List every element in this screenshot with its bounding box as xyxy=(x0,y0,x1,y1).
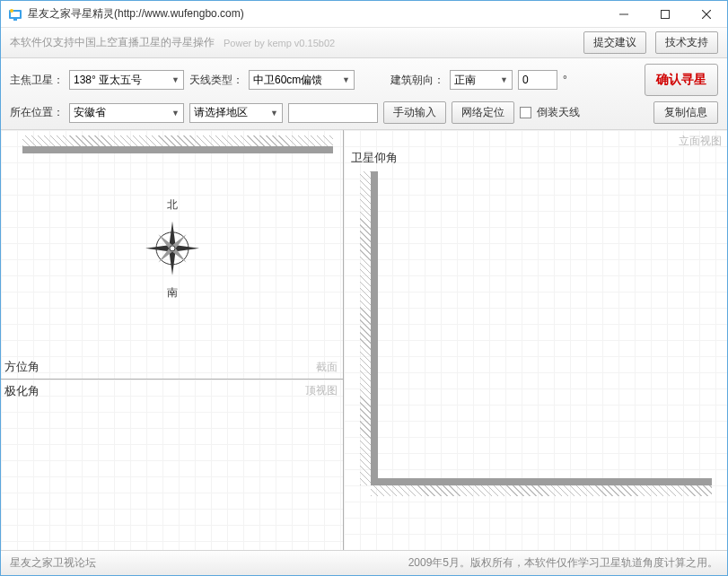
hatch-top xyxy=(22,135,333,146)
forum-link[interactable]: 星友之家卫视论坛 xyxy=(10,555,96,571)
svg-point-13 xyxy=(170,245,175,250)
sideview-tag: 立面视图 xyxy=(679,134,722,149)
azimuth-label: 方位角 xyxy=(4,359,39,375)
close-button[interactable] xyxy=(686,1,727,27)
hint-text: 本软件仅支持中国上空直播卫星的寻星操作 xyxy=(10,35,215,50)
antenna-label: 天线类型： xyxy=(189,73,243,88)
satellite-select[interactable]: 138° 亚太五号▼ xyxy=(69,70,184,90)
elevation-label: 卫星仰角 xyxy=(351,150,398,166)
window-controls xyxy=(603,1,727,27)
polarization-label: 极化角 xyxy=(4,383,39,399)
degree-mark: ° xyxy=(563,74,567,86)
angle-input[interactable] xyxy=(518,70,557,90)
hatch-left xyxy=(360,171,371,485)
polarization-pane: 极化角 顶视图 xyxy=(1,380,343,550)
maximize-button[interactable] xyxy=(645,1,686,27)
topview-tag: 顶视图 xyxy=(305,383,338,398)
left-column: 北 南 方位角 截面 极化角 顶视图 xyxy=(1,130,344,550)
manual-input-button[interactable]: 手动输入 xyxy=(383,101,446,124)
suggest-button[interactable]: 提交建议 xyxy=(583,31,646,54)
ground-bar xyxy=(371,478,712,485)
orientation-select[interactable]: 正南▼ xyxy=(450,70,513,90)
info-bar: 本软件仅支持中国上空直播卫星的寻星操作 Power by kemp v0.15b… xyxy=(1,28,727,58)
app-icon xyxy=(8,7,22,22)
window-titlebar: 星友之家寻星精灵(http://www.wufengbo.com) xyxy=(1,1,727,28)
svg-point-3 xyxy=(10,9,13,13)
copyright-text: 2009年5月。版权所有，本软件仅作学习卫星轨道角度计算之用。 xyxy=(408,555,718,571)
azimuth-pane: 北 南 方位角 截面 xyxy=(1,130,343,380)
district-select[interactable]: 请选择地区▼ xyxy=(189,103,283,123)
section-tag: 截面 xyxy=(316,360,338,375)
confirm-button[interactable]: 确认寻星 xyxy=(645,64,718,96)
window-title: 星友之家寻星精灵(http://www.wufengbo.com) xyxy=(28,6,603,22)
powered-by: Power by kemp v0.15b02 xyxy=(224,38,335,48)
minimize-button[interactable] xyxy=(603,1,645,27)
satellite-label: 主焦卫星： xyxy=(10,73,64,88)
orientation-label: 建筑朝向： xyxy=(390,73,444,88)
compass-south: 南 xyxy=(167,285,178,297)
hatch-bottom xyxy=(371,485,712,496)
wall-bar xyxy=(22,146,333,153)
right-column: 卫星仰角 立面视图 xyxy=(344,130,727,550)
copy-info-button[interactable]: 复制信息 xyxy=(653,101,718,124)
location-label: 所在位置： xyxy=(10,105,64,120)
svg-rect-2 xyxy=(13,19,17,21)
gps-button[interactable]: 网络定位 xyxy=(452,101,514,124)
support-button[interactable]: 技术支持 xyxy=(655,31,718,54)
elevation-pane: 卫星仰角 立面视图 xyxy=(344,130,727,550)
compass-icon: 北 南 xyxy=(141,198,204,300)
antenna-select[interactable]: 中卫60cm偏馈▼ xyxy=(249,70,355,90)
svg-rect-5 xyxy=(662,10,670,18)
province-select[interactable]: 安徽省▼ xyxy=(69,103,184,123)
canvas-area: 北 南 方位角 截面 极化角 顶视图 xyxy=(1,130,727,550)
status-bar: 星友之家卫视论坛 2009年5月。版权所有，本软件仅作学习卫星轨道角度计算之用。 xyxy=(1,550,727,575)
compass-north: 北 xyxy=(167,198,178,210)
invert-antenna-checkbox[interactable] xyxy=(520,107,531,118)
form-area: 主焦卫星： 138° 亚太五号▼ 天线类型： 中卫60cm偏馈▼ 建筑朝向： 正… xyxy=(1,58,727,130)
location-input[interactable] xyxy=(288,103,378,123)
invert-antenna-label: 倒装天线 xyxy=(537,105,580,120)
vertical-wall xyxy=(371,171,378,485)
